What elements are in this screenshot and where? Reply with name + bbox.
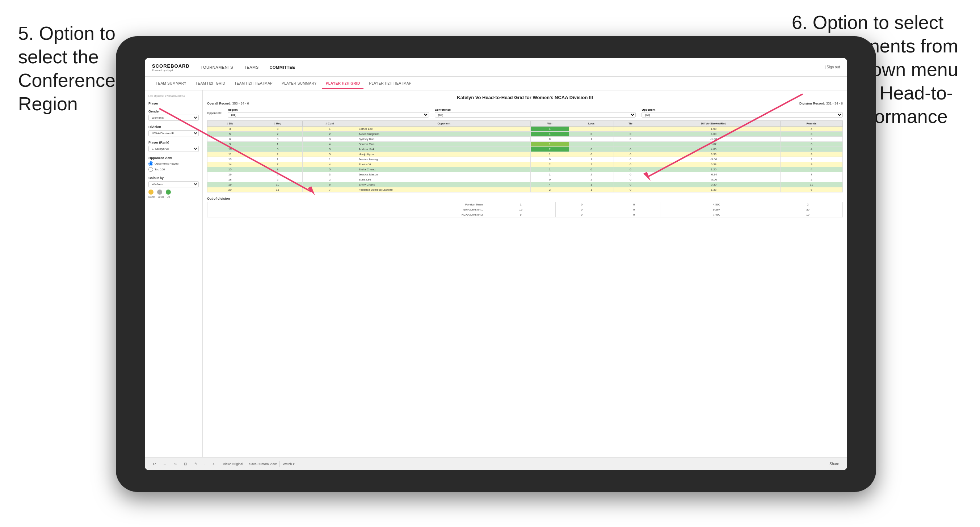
table-cell: 1.33	[647, 187, 780, 192]
record-row: Overall Record: 353 - 34 - 6 Division Re…	[207, 102, 843, 105]
table-cell: 15	[207, 167, 253, 172]
sub-nav-team-h2h-grid[interactable]: TEAM H2H GRID	[192, 78, 229, 88]
region-select[interactable]: (All)	[228, 112, 429, 117]
table-cell: 0	[569, 132, 614, 137]
ood-cell: 0	[556, 202, 608, 207]
ood-cell: 7.400	[660, 212, 773, 217]
table-cell: 0	[614, 147, 647, 152]
opponent-select[interactable]: (All)	[641, 112, 843, 117]
filter-row: Opponents: Region (All) Conference (All)	[207, 108, 843, 117]
table-row: 19106Emily Chang4100.3011	[207, 182, 843, 187]
table-cell: 1	[569, 137, 614, 142]
table-cell: 1	[531, 167, 569, 172]
table-row: 1063Andrea York2004.004	[207, 147, 843, 152]
table-cell: Jessica Huang	[357, 157, 531, 162]
table-cell: Heejo Hyun	[357, 152, 531, 157]
app-container: SCOREBOARD Powered by clippd TOURNAMENTS…	[145, 58, 847, 470]
opponent-label: Opponent	[641, 108, 843, 111]
table-cell: 1	[531, 152, 569, 157]
nav-committee[interactable]: COMMITTEE	[270, 65, 296, 70]
nav-tournaments[interactable]: TOURNAMENTS	[200, 65, 233, 70]
col-header-conf: # Conf	[302, 121, 357, 127]
opponent-filter: Opponent (All)	[641, 108, 843, 117]
table-cell: 2	[253, 152, 302, 157]
sub-nav-team-h2h-heatmap[interactable]: TEAM H2H HEATMAP	[231, 78, 276, 88]
player-rank-label: Player (Rank)	[148, 141, 199, 144]
col-header-tie: Tie	[614, 121, 647, 127]
view-original-btn[interactable]: View: Original	[223, 462, 243, 466]
table-cell: Euna Lee	[357, 177, 531, 182]
report-title: Katelyn Vo Head-to-Head Grid for Women's…	[207, 95, 843, 100]
table-cell: 2	[253, 172, 302, 177]
table-cell: 11	[207, 152, 253, 157]
table-cell: 13	[207, 157, 253, 162]
table-cell: Sharon Mun	[357, 142, 531, 147]
table-cell: 3.67	[647, 142, 780, 147]
sub-nav-player-summary[interactable]: PLAYER SUMMARY	[278, 78, 320, 88]
data-area: Katelyn Vo Head-to-Head Grid for Women's…	[203, 90, 847, 457]
table-cell: 1	[302, 127, 357, 132]
col-header-rounds: Rounds	[780, 121, 842, 127]
nav-teams[interactable]: TEAMS	[244, 65, 258, 70]
share-btn[interactable]: Share	[827, 461, 842, 467]
ood-cell: NAIA Division 1	[207, 207, 486, 212]
table-cell: 1.25	[647, 167, 780, 172]
arrow-btn[interactable]: ↰	[192, 461, 199, 467]
division-label: Division	[148, 125, 199, 129]
ood-table: Foreign Team1004.5002NAIA Division 11500…	[207, 202, 843, 217]
sub-nav-team-summary[interactable]: TEAM SUMMARY	[152, 78, 190, 88]
table-cell: 4	[780, 167, 842, 172]
grid-btn[interactable]: ⊡	[182, 461, 189, 467]
table-row: 1623Jessica Mason120-0.947	[207, 172, 843, 177]
back-btn[interactable]: ←	[161, 461, 169, 467]
ood-cell: 5	[486, 212, 555, 217]
circle-btn[interactable]: ○	[210, 461, 217, 467]
colour-by-select[interactable]: Win/loss	[148, 181, 199, 187]
gender-label: Gender	[148, 110, 199, 113]
undo-btn[interactable]: ↩	[151, 461, 158, 467]
radio-opponents-played[interactable]: Opponents Played	[148, 161, 199, 166]
col-header-div: # Div	[207, 121, 253, 127]
sub-nav-player-h2h-grid[interactable]: PLAYER H2H GRID	[322, 78, 364, 89]
watch-btn[interactable]: Watch ▾	[283, 462, 295, 466]
conference-select[interactable]: (All)	[435, 112, 636, 117]
table-cell: 4	[531, 182, 569, 187]
table-cell: 9	[207, 142, 253, 147]
table-cell: 1	[253, 157, 302, 162]
radio-top100[interactable]: Top 100	[148, 167, 199, 172]
table-cell: Alexis Sudjianto	[357, 132, 531, 137]
dot-btn[interactable]: ·	[202, 461, 207, 467]
table-row: 914Sharon Mun13.673	[207, 142, 843, 147]
table-cell: 0	[614, 132, 647, 137]
table-cell: 2	[569, 177, 614, 182]
tablet-screen: SCOREBOARD Powered by clippd TOURNAMENTS…	[145, 58, 847, 470]
sidebar-timestamp: Last Updated: 27/03/2024 04:34	[148, 95, 199, 97]
table-cell: 11	[780, 182, 842, 187]
division-record: Division Record: 331 - 34 - 6	[799, 102, 843, 105]
table-cell: 2	[253, 177, 302, 182]
conference-filter: Conference (All)	[435, 108, 636, 117]
sidebar: Last Updated: 27/03/2024 04:34 Player Ge…	[145, 90, 203, 457]
sub-nav: TEAM SUMMARY TEAM H2H GRID TEAM H2H HEAT…	[145, 77, 847, 90]
table-cell: 1.50	[647, 127, 780, 132]
player-rank-select[interactable]: 8. Katelyn Vo	[148, 146, 199, 152]
table-cell	[569, 142, 614, 147]
table-row: 1474Eunice Yi2200.389	[207, 162, 843, 167]
ood-cell: 1	[486, 202, 555, 207]
table-cell: 5	[302, 167, 357, 172]
division-select[interactable]: NCAA Division III NCAA Division I NCAA D…	[148, 130, 199, 137]
sign-out[interactable]: | Sign out	[825, 65, 840, 69]
save-custom-view-btn[interactable]: Save Custom View	[249, 462, 277, 466]
table-cell: 0.38	[647, 162, 780, 167]
redo-btn[interactable]: ↪	[172, 461, 179, 467]
ood-row: Foreign Team1004.5002	[207, 202, 843, 207]
col-header-reg: # Reg	[253, 121, 302, 127]
table-cell: 5	[302, 152, 357, 157]
table-cell: 2	[302, 177, 357, 182]
table-cell: 7	[780, 172, 842, 177]
table-cell: 0	[531, 177, 569, 182]
table-cell: 7	[253, 162, 302, 167]
gender-select[interactable]: Women's Men's	[148, 115, 199, 121]
col-header-loss: Loss	[569, 121, 614, 127]
sub-nav-player-h2h-heatmap[interactable]: PLAYER H2H HEATMAP	[365, 78, 415, 88]
